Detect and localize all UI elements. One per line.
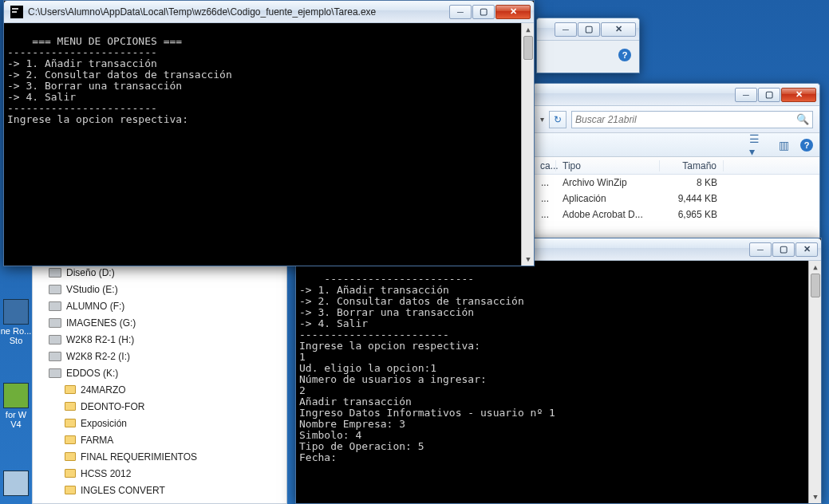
tree-folder-item[interactable]: FARMA (33, 431, 286, 448)
minimize-button[interactable]: ─ (449, 5, 472, 19)
folder-icon (65, 486, 76, 494)
search-input-wrapper: 🔍 (571, 111, 813, 128)
table-row[interactable]: ... Adobe Acrobat D... 6,965 KB (534, 207, 819, 222)
close-button[interactable]: ✕ (601, 22, 636, 37)
scroll-up-icon[interactable]: ▲ (809, 261, 821, 274)
svg-rect-4 (12, 8, 18, 10)
help-icon[interactable]: ? (800, 139, 813, 152)
column-header-tipo[interactable]: Tipo (556, 160, 660, 171)
desktop-icon[interactable] (3, 299, 29, 325)
svg-rect-5 (12, 11, 17, 13)
folder-icon (65, 452, 76, 461)
desktop-icon[interactable] (3, 471, 29, 496)
maximize-button[interactable]: ▢ (472, 5, 495, 19)
desktop-icon-label: V4 (0, 419, 32, 429)
minimize-button[interactable]: ─ (735, 88, 757, 102)
drive-icon (49, 285, 61, 294)
minimize-button[interactable]: ─ (555, 22, 577, 37)
tree-folder-item[interactable]: HCSS 2012 (33, 465, 286, 482)
tree-drive-item[interactable]: W2K8 R2-2 (I:) (33, 348, 286, 364)
breadcrumb-sep: ▾ (540, 115, 544, 124)
app-icon (10, 6, 23, 18)
folder-icon (65, 419, 76, 427)
scroll-thumb[interactable] (811, 274, 820, 297)
tree-folder-item[interactable]: Exposición (33, 415, 286, 431)
scrollbar[interactable]: ▲ ▼ (521, 23, 534, 266)
scrollbar[interactable]: ▲ ▼ (808, 261, 821, 503)
table-row[interactable]: ... Aplicación 9,444 KB (534, 191, 819, 207)
preview-pane-button[interactable]: ▥ (775, 136, 792, 154)
tree-folder-item[interactable]: INGLES CONVERT (33, 482, 286, 498)
table-row[interactable]: ... Archivo WinZip 8 KB (534, 175, 819, 191)
console-output[interactable]: ------------------------ -> 1. Añadir tr… (296, 261, 821, 503)
column-header[interactable]: ca... (534, 160, 556, 171)
console-window-1: C:\Users\Alumno\AppData\Local\Temp\wz66d… (3, 0, 535, 266)
maximize-button[interactable]: ▢ (578, 22, 600, 37)
folder-icon (65, 469, 76, 478)
close-button[interactable]: ✕ (495, 5, 531, 19)
tree-folder-item[interactable]: 24MARZO (33, 381, 286, 398)
search-input[interactable] (575, 114, 796, 125)
maximize-button[interactable]: ▢ (758, 88, 780, 102)
drive-icon (49, 368, 61, 378)
desktop-icon-label: ne Ro... (0, 326, 32, 336)
help-icon[interactable]: ? (618, 49, 631, 61)
folder-tree: Diseño (D:) VStudio (E:) ALUMNO (F:) IMA… (32, 263, 287, 504)
desktop-icon-label: for W (0, 410, 32, 419)
desktop-icon-label: Sto (0, 336, 32, 345)
drive-icon (49, 352, 61, 361)
search-icon[interactable]: 🔍 (796, 113, 809, 125)
drive-icon (49, 335, 61, 345)
column-header-tamano[interactable]: Tamaño (660, 160, 724, 171)
scroll-down-icon[interactable]: ▼ (522, 253, 534, 266)
minimize-button[interactable]: ─ (749, 242, 772, 257)
tree-drive-item[interactable]: IMAGENES (G:) (33, 314, 286, 331)
scroll-up-icon[interactable]: ▲ (522, 23, 534, 36)
tree-folder-item[interactable]: FINAL REQUERIMIENTOS (33, 448, 286, 465)
view-mode-button[interactable]: ☰ ▾ (749, 136, 767, 154)
refresh-button[interactable]: ↻ (549, 111, 566, 128)
console-window-2: go_fuente_ejemplo\Tarea.exe ─ ▢ ✕ ------… (295, 238, 822, 504)
tree-folder-item[interactable]: DEONTO-FOR (33, 398, 286, 415)
tree-drive-item[interactable]: Diseño (D:) (33, 264, 286, 281)
folder-icon (65, 435, 76, 444)
tree-drive-item[interactable]: W2K8 R2-1 (H:) (33, 331, 286, 348)
explorer-window: ─ ▢ ✕ ▾ ↻ 🔍 ☰ ▾ ▥ ? ca... Tipo Tamaño ..… (533, 83, 820, 238)
folder-icon (65, 402, 76, 411)
close-button[interactable]: ✕ (795, 242, 818, 257)
maximize-button[interactable]: ▢ (772, 242, 795, 257)
scroll-down-icon[interactable]: ▼ (809, 490, 821, 503)
console-output[interactable]: === MENU DE OPCIONES === ---------------… (4, 23, 534, 266)
window-title: C:\Users\Alumno\AppData\Local\Temp\wz66d… (28, 6, 448, 18)
drive-icon (49, 268, 61, 278)
folder-icon (65, 385, 76, 394)
tree-drive-item[interactable]: EDDOS (K:) (33, 364, 286, 381)
drive-icon (49, 318, 61, 328)
tree-drive-item[interactable]: VStudio (E:) (33, 281, 286, 297)
scroll-thumb[interactable] (523, 36, 533, 60)
drive-icon (49, 301, 61, 311)
desktop-icon[interactable] (3, 383, 29, 408)
tree-drive-item[interactable]: ALUMNO (F:) (33, 297, 286, 314)
background-window: ─ ▢ ✕ ? (536, 18, 640, 73)
close-button[interactable]: ✕ (781, 88, 816, 102)
